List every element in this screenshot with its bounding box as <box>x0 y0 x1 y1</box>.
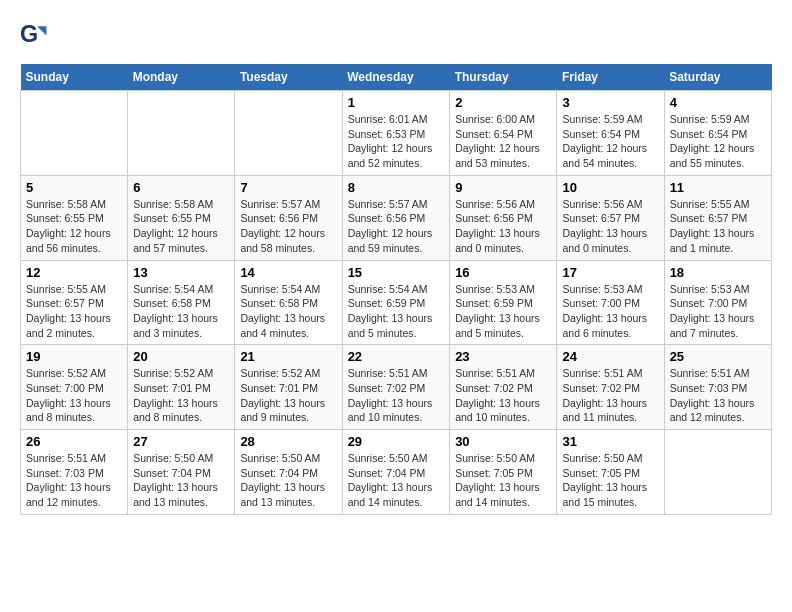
day-cell: 6Sunrise: 5:58 AM Sunset: 6:55 PM Daylig… <box>128 175 235 260</box>
header-tuesday: Tuesday <box>235 64 342 91</box>
day-number: 26 <box>26 434 122 449</box>
day-number: 4 <box>670 95 766 110</box>
day-cell: 3Sunrise: 5:59 AM Sunset: 6:54 PM Daylig… <box>557 91 664 176</box>
day-cell: 22Sunrise: 5:51 AM Sunset: 7:02 PM Dayli… <box>342 345 450 430</box>
day-info: Sunrise: 5:59 AM Sunset: 6:54 PM Dayligh… <box>670 112 766 171</box>
day-cell: 16Sunrise: 5:53 AM Sunset: 6:59 PM Dayli… <box>450 260 557 345</box>
day-number: 27 <box>133 434 229 449</box>
day-info: Sunrise: 5:55 AM Sunset: 6:57 PM Dayligh… <box>26 282 122 341</box>
day-cell <box>235 91 342 176</box>
day-number: 23 <box>455 349 551 364</box>
day-info: Sunrise: 5:53 AM Sunset: 7:00 PM Dayligh… <box>562 282 658 341</box>
day-cell: 9Sunrise: 5:56 AM Sunset: 6:56 PM Daylig… <box>450 175 557 260</box>
day-number: 31 <box>562 434 658 449</box>
svg-marker-1 <box>37 26 46 35</box>
day-number: 19 <box>26 349 122 364</box>
week-row-2: 12Sunrise: 5:55 AM Sunset: 6:57 PM Dayli… <box>21 260 772 345</box>
day-info: Sunrise: 5:50 AM Sunset: 7:05 PM Dayligh… <box>455 451 551 510</box>
day-number: 30 <box>455 434 551 449</box>
day-info: Sunrise: 5:57 AM Sunset: 6:56 PM Dayligh… <box>348 197 445 256</box>
header-wednesday: Wednesday <box>342 64 450 91</box>
week-row-3: 19Sunrise: 5:52 AM Sunset: 7:00 PM Dayli… <box>21 345 772 430</box>
day-info: Sunrise: 5:59 AM Sunset: 6:54 PM Dayligh… <box>562 112 658 171</box>
day-cell: 19Sunrise: 5:52 AM Sunset: 7:00 PM Dayli… <box>21 345 128 430</box>
day-cell: 25Sunrise: 5:51 AM Sunset: 7:03 PM Dayli… <box>664 345 771 430</box>
day-info: Sunrise: 6:00 AM Sunset: 6:54 PM Dayligh… <box>455 112 551 171</box>
day-cell: 20Sunrise: 5:52 AM Sunset: 7:01 PM Dayli… <box>128 345 235 430</box>
day-info: Sunrise: 5:58 AM Sunset: 6:55 PM Dayligh… <box>133 197 229 256</box>
day-info: Sunrise: 5:56 AM Sunset: 6:56 PM Dayligh… <box>455 197 551 256</box>
header-saturday: Saturday <box>664 64 771 91</box>
day-cell: 10Sunrise: 5:56 AM Sunset: 6:57 PM Dayli… <box>557 175 664 260</box>
header-row: SundayMondayTuesdayWednesdayThursdayFrid… <box>21 64 772 91</box>
day-number: 5 <box>26 180 122 195</box>
header-monday: Monday <box>128 64 235 91</box>
day-number: 16 <box>455 265 551 280</box>
day-info: Sunrise: 5:57 AM Sunset: 6:56 PM Dayligh… <box>240 197 336 256</box>
day-info: Sunrise: 5:51 AM Sunset: 7:03 PM Dayligh… <box>670 366 766 425</box>
day-cell: 29Sunrise: 5:50 AM Sunset: 7:04 PM Dayli… <box>342 430 450 515</box>
page-header: G <box>20 20 772 48</box>
day-cell: 26Sunrise: 5:51 AM Sunset: 7:03 PM Dayli… <box>21 430 128 515</box>
day-cell <box>128 91 235 176</box>
day-cell: 21Sunrise: 5:52 AM Sunset: 7:01 PM Dayli… <box>235 345 342 430</box>
day-number: 22 <box>348 349 445 364</box>
calendar-table: SundayMondayTuesdayWednesdayThursdayFrid… <box>20 64 772 515</box>
day-number: 25 <box>670 349 766 364</box>
day-cell: 18Sunrise: 5:53 AM Sunset: 7:00 PM Dayli… <box>664 260 771 345</box>
logo-icon: G <box>20 20 48 48</box>
day-number: 11 <box>670 180 766 195</box>
day-info: Sunrise: 5:58 AM Sunset: 6:55 PM Dayligh… <box>26 197 122 256</box>
day-number: 2 <box>455 95 551 110</box>
day-number: 24 <box>562 349 658 364</box>
day-cell <box>664 430 771 515</box>
day-cell: 8Sunrise: 5:57 AM Sunset: 6:56 PM Daylig… <box>342 175 450 260</box>
day-cell: 23Sunrise: 5:51 AM Sunset: 7:02 PM Dayli… <box>450 345 557 430</box>
day-number: 12 <box>26 265 122 280</box>
day-number: 20 <box>133 349 229 364</box>
day-info: Sunrise: 5:50 AM Sunset: 7:04 PM Dayligh… <box>240 451 336 510</box>
day-cell: 14Sunrise: 5:54 AM Sunset: 6:58 PM Dayli… <box>235 260 342 345</box>
day-info: Sunrise: 5:53 AM Sunset: 7:00 PM Dayligh… <box>670 282 766 341</box>
day-info: Sunrise: 5:54 AM Sunset: 6:58 PM Dayligh… <box>133 282 229 341</box>
day-number: 29 <box>348 434 445 449</box>
day-cell: 30Sunrise: 5:50 AM Sunset: 7:05 PM Dayli… <box>450 430 557 515</box>
day-cell: 1Sunrise: 6:01 AM Sunset: 6:53 PM Daylig… <box>342 91 450 176</box>
day-info: Sunrise: 5:51 AM Sunset: 7:03 PM Dayligh… <box>26 451 122 510</box>
day-info: Sunrise: 5:52 AM Sunset: 7:00 PM Dayligh… <box>26 366 122 425</box>
day-info: Sunrise: 5:51 AM Sunset: 7:02 PM Dayligh… <box>562 366 658 425</box>
day-info: Sunrise: 6:01 AM Sunset: 6:53 PM Dayligh… <box>348 112 445 171</box>
day-info: Sunrise: 5:56 AM Sunset: 6:57 PM Dayligh… <box>562 197 658 256</box>
day-info: Sunrise: 5:51 AM Sunset: 7:02 PM Dayligh… <box>455 366 551 425</box>
week-row-4: 26Sunrise: 5:51 AM Sunset: 7:03 PM Dayli… <box>21 430 772 515</box>
day-cell: 11Sunrise: 5:55 AM Sunset: 6:57 PM Dayli… <box>664 175 771 260</box>
day-number: 13 <box>133 265 229 280</box>
day-number: 3 <box>562 95 658 110</box>
day-number: 9 <box>455 180 551 195</box>
day-number: 21 <box>240 349 336 364</box>
day-cell: 7Sunrise: 5:57 AM Sunset: 6:56 PM Daylig… <box>235 175 342 260</box>
day-info: Sunrise: 5:51 AM Sunset: 7:02 PM Dayligh… <box>348 366 445 425</box>
week-row-0: 1Sunrise: 6:01 AM Sunset: 6:53 PM Daylig… <box>21 91 772 176</box>
svg-text:G: G <box>20 21 38 47</box>
day-info: Sunrise: 5:50 AM Sunset: 7:04 PM Dayligh… <box>348 451 445 510</box>
day-number: 8 <box>348 180 445 195</box>
day-cell: 15Sunrise: 5:54 AM Sunset: 6:59 PM Dayli… <box>342 260 450 345</box>
day-cell: 4Sunrise: 5:59 AM Sunset: 6:54 PM Daylig… <box>664 91 771 176</box>
logo: G <box>20 20 50 48</box>
day-info: Sunrise: 5:55 AM Sunset: 6:57 PM Dayligh… <box>670 197 766 256</box>
day-info: Sunrise: 5:50 AM Sunset: 7:05 PM Dayligh… <box>562 451 658 510</box>
day-cell: 17Sunrise: 5:53 AM Sunset: 7:00 PM Dayli… <box>557 260 664 345</box>
day-number: 15 <box>348 265 445 280</box>
header-sunday: Sunday <box>21 64 128 91</box>
day-cell: 13Sunrise: 5:54 AM Sunset: 6:58 PM Dayli… <box>128 260 235 345</box>
day-info: Sunrise: 5:52 AM Sunset: 7:01 PM Dayligh… <box>240 366 336 425</box>
day-info: Sunrise: 5:50 AM Sunset: 7:04 PM Dayligh… <box>133 451 229 510</box>
day-number: 14 <box>240 265 336 280</box>
day-number: 1 <box>348 95 445 110</box>
day-info: Sunrise: 5:52 AM Sunset: 7:01 PM Dayligh… <box>133 366 229 425</box>
day-number: 6 <box>133 180 229 195</box>
day-info: Sunrise: 5:54 AM Sunset: 6:58 PM Dayligh… <box>240 282 336 341</box>
day-info: Sunrise: 5:54 AM Sunset: 6:59 PM Dayligh… <box>348 282 445 341</box>
day-cell: 31Sunrise: 5:50 AM Sunset: 7:05 PM Dayli… <box>557 430 664 515</box>
